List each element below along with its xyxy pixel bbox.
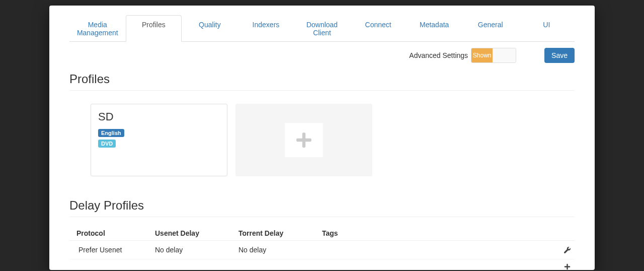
col-usenet-header: Usenet Delay — [155, 229, 238, 237]
col-tags-header: Tags — [322, 229, 559, 237]
advanced-settings-toggle[interactable]: Shown — [471, 48, 516, 63]
tab-connect[interactable]: Connect — [350, 15, 407, 42]
col-protocol-header: Protocol — [69, 229, 155, 237]
advanced-settings-label: Advanced Settings — [409, 51, 468, 59]
plus-icon — [295, 131, 312, 149]
delay-profiles-table: Protocol Usenet Delay Torrent Delay Tags… — [69, 226, 575, 270]
cell-protocol: Prefer Usenet — [69, 246, 155, 254]
profiles-cards: SD English DVD — [91, 104, 575, 176]
tab-quality[interactable]: Quality — [182, 15, 238, 42]
add-profile-card[interactable] — [235, 104, 372, 176]
delay-profiles-heading: Delay Profiles — [69, 198, 575, 217]
table-header: Protocol Usenet Delay Torrent Delay Tags — [69, 226, 575, 241]
tab-profiles[interactable]: Profiles — [126, 15, 182, 42]
cell-usenet-delay: No delay — [155, 246, 238, 254]
table-row: Prefer Usenet No delay No delay — [69, 241, 575, 259]
settings-panel: Media Management Profiles Quality Indexe… — [49, 6, 595, 270]
tab-metadata[interactable]: Metadata — [406, 15, 462, 42]
add-profile-inner — [285, 123, 323, 157]
tab-media-management[interactable]: Media Management — [69, 15, 126, 42]
tab-download-client[interactable]: Download Client — [294, 15, 350, 42]
profile-card-sd[interactable]: SD English DVD — [91, 104, 227, 176]
tabs-nav: Media Management Profiles Quality Indexe… — [69, 15, 575, 42]
add-delay-profile-icon[interactable] — [564, 263, 571, 270]
tab-ui[interactable]: UI — [519, 15, 575, 42]
toolbar: Advanced Settings Shown Save — [69, 42, 575, 69]
save-button[interactable]: Save — [544, 48, 575, 63]
cell-torrent-delay: No delay — [238, 246, 322, 254]
language-badge: English — [98, 129, 124, 137]
profile-card-title: SD — [98, 110, 220, 123]
profiles-heading: Profiles — [69, 72, 575, 91]
col-torrent-header: Torrent Delay — [238, 229, 322, 237]
tab-general[interactable]: General — [462, 15, 519, 42]
toggle-shown: Shown — [471, 48, 493, 62]
tab-indexers[interactable]: Indexers — [238, 15, 294, 42]
toggle-hidden — [493, 48, 516, 62]
wrench-icon[interactable] — [564, 247, 571, 253]
quality-badge: DVD — [98, 140, 116, 148]
